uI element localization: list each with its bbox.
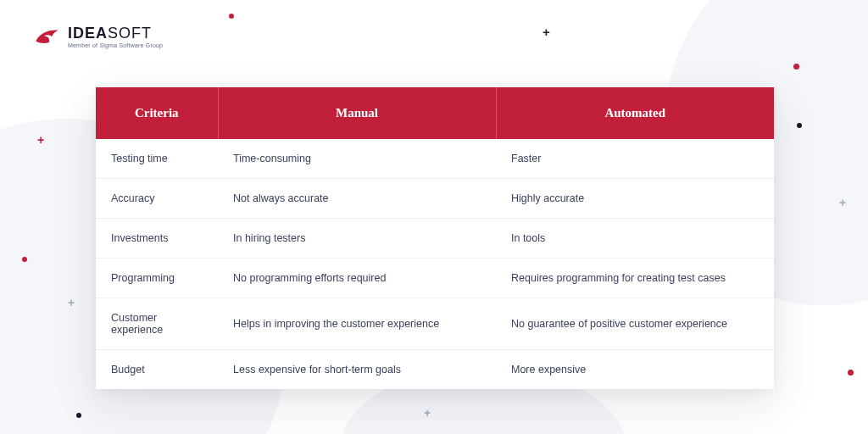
plus-icon: + <box>839 197 846 209</box>
plus-icon: + <box>542 25 550 38</box>
cell-automated: In tools <box>496 219 774 259</box>
cell-automated: Highly accurate <box>496 179 774 219</box>
cell-criteria: Budget <box>96 350 218 390</box>
cell-criteria: Programming <box>96 259 218 298</box>
table-header-row: Criteria Manual Automated <box>96 87 774 139</box>
plus-icon: + <box>37 134 44 146</box>
cell-manual: Not always accurate <box>218 179 496 219</box>
cell-criteria: Accuracy <box>96 179 218 219</box>
table-row: Accuracy Not always accurate Highly accu… <box>96 179 774 219</box>
dot-decor <box>229 14 234 19</box>
cell-automated: Requires programming for creating test c… <box>496 259 774 298</box>
cell-automated: More expensive <box>496 350 774 390</box>
cell-criteria: Investments <box>96 219 218 259</box>
comparison-table: Criteria Manual Automated Testing time T… <box>96 87 774 389</box>
cell-criteria: Testing time <box>96 139 218 179</box>
dot-decor <box>797 123 802 128</box>
header-automated: Automated <box>496 87 774 139</box>
plus-icon: + <box>68 297 75 309</box>
dot-decor <box>76 413 81 418</box>
dot-decor <box>22 257 27 262</box>
cell-manual: Helps in improving the customer experien… <box>218 298 496 350</box>
dot-decor <box>848 370 854 376</box>
header-criteria: Criteria <box>96 87 218 139</box>
table-row: Testing time Time-consuming Faster <box>96 139 774 179</box>
dot-decor <box>793 64 799 70</box>
cell-manual: Less expensive for short-term goals <box>218 350 496 390</box>
table-row: Programming No programming efforts requi… <box>96 259 774 298</box>
header-manual: Manual <box>218 87 496 139</box>
bird-icon <box>34 28 59 47</box>
brand-name-light: SOFT <box>108 25 152 42</box>
brand-wordmark: IDEASOFT Member of Sigma Software Group <box>68 25 163 48</box>
table-row: Budget Less expensive for short-term goa… <box>96 350 774 390</box>
cell-manual: No programming efforts required <box>218 259 496 298</box>
cell-automated: No guarantee of positive customer experi… <box>496 298 774 350</box>
brand-logo: IDEASOFT Member of Sigma Software Group <box>34 25 163 48</box>
cell-manual: In hiring testers <box>218 219 496 259</box>
cell-criteria: Customer experience <box>96 298 218 350</box>
brand-tagline: Member of Sigma Software Group <box>68 42 163 48</box>
brand-name-bold: IDEA <box>68 25 108 42</box>
cell-automated: Faster <box>496 139 774 179</box>
plus-icon: + <box>424 407 431 419</box>
table-row: Customer experience Helps in improving t… <box>96 298 774 350</box>
table-row: Investments In hiring testers In tools <box>96 219 774 259</box>
table: Criteria Manual Automated Testing time T… <box>96 87 774 389</box>
cell-manual: Time-consuming <box>218 139 496 179</box>
